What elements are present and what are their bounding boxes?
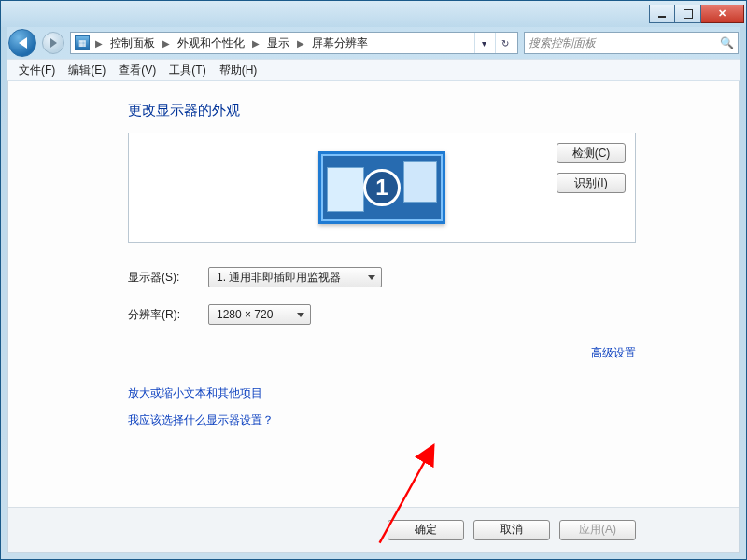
menu-view[interactable]: 查看(V): [119, 63, 156, 78]
settings-form: 显示器(S): 1. 通用非即插即用监视器 分辨率(R): 1280 × 720: [128, 267, 636, 325]
addressbar-dropdown-icon[interactable]: ▾: [474, 33, 493, 53]
window-frame: ▦ ▶ 控制面板 ▶ 外观和个性化 ▶ 显示 ▶ 屏幕分辨率 ▾ ↻ 搜索控制面…: [0, 0, 747, 560]
back-button[interactable]: [8, 29, 36, 57]
resolution-select[interactable]: 1280 × 720: [208, 304, 311, 325]
breadcrumb-sep: ▶: [161, 38, 172, 49]
search-placeholder: 搜索控制面板: [529, 35, 596, 51]
which-settings-link[interactable]: 我应该选择什么显示器设置？: [128, 413, 636, 428]
menu-edit[interactable]: 编辑(E): [68, 63, 106, 78]
addressbar-tail: ▾ ↻: [474, 33, 514, 53]
content-scroll: 更改显示器的外观 检测(C) 识别(I) 1 显示器(S): 1. 通用非即插即…: [8, 81, 739, 507]
refresh-icon[interactable]: ↻: [495, 33, 514, 53]
arrow-left-icon: [19, 37, 27, 49]
control-panel-icon: ▦: [75, 35, 90, 50]
minimize-button[interactable]: [649, 5, 675, 23]
search-icon[interactable]: 🔍: [720, 36, 734, 49]
forward-button[interactable]: [42, 32, 64, 54]
identify-button[interactable]: 识别(I): [557, 173, 626, 193]
footer-bar: 确定 取消 应用(A): [8, 507, 739, 552]
maximize-button[interactable]: [675, 5, 701, 23]
breadcrumb-resolution[interactable]: 屏幕分辨率: [310, 34, 370, 53]
page-title: 更改显示器的外观: [128, 102, 636, 119]
resolution-label: 分辨率(R):: [128, 307, 193, 323]
detect-button[interactable]: 检测(C): [557, 143, 626, 163]
row-resolution: 分辨率(R): 1280 × 720: [128, 304, 636, 325]
navbar: ▦ ▶ 控制面板 ▶ 外观和个性化 ▶ 显示 ▶ 屏幕分辨率 ▾ ↻ 搜索控制面…: [1, 27, 746, 59]
cancel-button[interactable]: 取消: [473, 520, 550, 540]
menu-help[interactable]: 帮助(H): [219, 63, 258, 78]
display-select-value: 1. 通用非即插即用监视器: [217, 270, 341, 286]
advanced-settings-link[interactable]: 高级设置: [591, 345, 636, 361]
breadcrumb-control-panel[interactable]: 控制面板: [108, 34, 157, 53]
text-size-link[interactable]: 放大或缩小文本和其他项目: [128, 385, 636, 401]
monitor-thumbnail[interactable]: 1: [318, 151, 445, 224]
close-button[interactable]: [701, 5, 744, 23]
monitor-number-badge: 1: [363, 169, 401, 206]
breadcrumb-sep: ▶: [295, 38, 306, 49]
apply-button[interactable]: 应用(A): [559, 520, 636, 540]
address-bar[interactable]: ▦ ▶ 控制面板 ▶ 外观和个性化 ▶ 显示 ▶ 屏幕分辨率 ▾ ↻: [70, 32, 518, 54]
breadcrumb-sep: ▶: [250, 38, 261, 49]
display-label: 显示器(S):: [128, 270, 193, 286]
preview-side-buttons: 检测(C) 识别(I): [557, 143, 626, 193]
monitor-preview-panel: 检测(C) 识别(I) 1: [128, 133, 636, 243]
breadcrumb-display[interactable]: 显示: [265, 34, 291, 53]
ok-button[interactable]: 确定: [388, 520, 464, 540]
content-area: 更改显示器的外观 检测(C) 识别(I) 1 显示器(S): 1. 通用非即插即…: [7, 81, 740, 553]
advanced-link-row: 高级设置: [128, 345, 636, 361]
thumb-window-icon: [327, 167, 364, 212]
menu-tools[interactable]: 工具(T): [169, 63, 205, 78]
search-input[interactable]: 搜索控制面板 🔍: [524, 32, 739, 54]
thumb-window-icon: [403, 161, 437, 203]
menu-file[interactable]: 文件(F): [19, 63, 55, 78]
menubar: 文件(F) 编辑(E) 查看(V) 工具(T) 帮助(H): [7, 59, 740, 81]
titlebar: [1, 1, 746, 27]
row-display: 显示器(S): 1. 通用非即插即用监视器: [128, 267, 636, 287]
resolution-select-value: 1280 × 720: [217, 308, 273, 321]
breadcrumb-sep: ▶: [93, 38, 105, 49]
breadcrumb-appearance[interactable]: 外观和个性化: [176, 34, 247, 53]
arrow-right-icon: [50, 38, 57, 48]
display-select[interactable]: 1. 通用非即插即用监视器: [208, 267, 382, 287]
window-controls: [649, 5, 744, 23]
lower-links: 放大或缩小文本和其他项目 我应该选择什么显示器设置？: [128, 385, 636, 428]
